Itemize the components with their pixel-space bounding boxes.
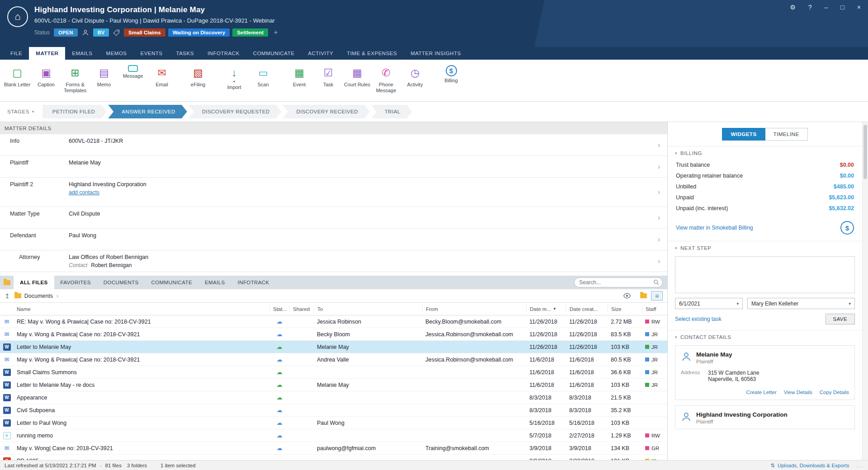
save-button[interactable]: SAVE [826, 314, 855, 324]
file-row[interactable]: W Letter to Paul Wong ☁ Paul Wong 5/16/2… [0, 417, 667, 429]
column-header[interactable]: Stat... [269, 305, 289, 313]
matter-detail-row[interactable]: Defendant 2 Dawid Prawica › [0, 272, 667, 276]
search-input[interactable] [574, 277, 663, 287]
column-header[interactable]: From [422, 305, 526, 313]
ribbon-button[interactable]: ☑ Task [314, 62, 343, 88]
column-header[interactable]: Staff [642, 305, 667, 313]
column-header[interactable]: Shared [289, 305, 314, 313]
nav-tab[interactable]: ACTIVITY [301, 47, 340, 60]
ribbon-button[interactable]: ⊞ Forms & Templates [61, 62, 90, 94]
nav-tab[interactable]: MEMOS [99, 47, 134, 60]
matter-label-badge[interactable]: Waiting on Discovery [168, 28, 230, 37]
nav-tab[interactable]: FILE [4, 47, 29, 60]
column-header[interactable]: Name [14, 305, 269, 313]
next-step-section-header[interactable]: ▾ NEXT STEP [668, 241, 862, 254]
ribbon-button[interactable]: $ Billing [437, 62, 466, 84]
file-row[interactable]: ≡ running memo ☁ 5/7/2018 2/27/2018 1. [0, 429, 667, 442]
column-header[interactable]: Date m... ▼ [526, 305, 566, 313]
files-tab[interactable]: FAVORITES [54, 276, 97, 289]
assignee-badge[interactable]: BV [93, 28, 109, 37]
file-row[interactable]: W Civil Subpoena ☁ 8/3/2018 8/3/2018 3 [0, 404, 667, 417]
ribbon-button[interactable]: Message [118, 62, 147, 79]
create-letter-link[interactable]: Create Letter [746, 390, 777, 395]
files-tab[interactable]: INFOTRACK [231, 276, 276, 289]
matter-detail-row[interactable]: Attorney Law Offices of Robert Bennigan … [0, 250, 667, 272]
files-tab[interactable]: DOCUMENTS [97, 276, 145, 289]
ribbon-button[interactable]: ✆ Phone Message [372, 62, 401, 94]
matter-detail-row[interactable]: Plaintiff 2 Highland Investing Corporati… [0, 178, 667, 207]
stage-step[interactable]: ANSWER RECEIVED [108, 105, 187, 118]
stage-step[interactable]: DISCOVERY RECEIVED [283, 105, 370, 118]
status-badge[interactable]: OPEN [54, 28, 78, 37]
stage-step[interactable]: PETITION FILED [42, 105, 107, 118]
smokeball-billing-link[interactable]: View matter in Smokeball Billing [676, 225, 753, 231]
up-folder-icon[interactable]: ↥ [5, 292, 10, 300]
due-date-select[interactable]: 6/1/2021 ▾ [675, 298, 743, 309]
breadcrumb[interactable]: Documents [24, 293, 53, 299]
ribbon-button[interactable]: ▢ Blank Letter [3, 62, 32, 88]
contact-details-section-header[interactable]: ▾ CONTACT DETAILS [668, 330, 862, 343]
sidebar-tab[interactable]: WIDGETS [722, 128, 765, 141]
sidebar-tab[interactable]: TIMELINE [765, 128, 808, 141]
file-row[interactable]: W Letter to Melanie May - re docs ☁ Mela… [0, 379, 667, 391]
ribbon-button[interactable]: ▦ Court Rules [343, 62, 372, 88]
column-header[interactable]: Date creat... [566, 305, 608, 313]
matter-detail-row[interactable]: Matter Type Civil Dispute › [0, 207, 667, 229]
nav-tab[interactable]: MATTER INSIGHTS [404, 47, 467, 60]
view-details-link[interactable]: View Details [784, 390, 812, 395]
matter-detail-row[interactable]: Defendant Paul Wong › [0, 229, 667, 250]
eye-icon[interactable] [623, 293, 631, 299]
billing-section-header[interactable]: ▾ BILLING [668, 146, 862, 160]
file-row[interactable]: W Appearance ☁ 8/3/2018 8/3/2018 21.5 [0, 391, 667, 404]
matter-detail-row[interactable]: Plaintiff Melanie May › [0, 156, 667, 178]
nav-tab[interactable]: EMAILS [65, 47, 99, 60]
matter-label-badge[interactable]: Small Claims [124, 28, 165, 37]
more-button[interactable]: ... [856, 463, 863, 468]
folder-view-button[interactable] [637, 291, 649, 301]
ribbon-button[interactable]: ▭ Scan [249, 62, 278, 88]
file-row[interactable]: W Letter to Melanie May ☁ Melanie May 11… [0, 341, 667, 353]
uploads-downloads-link[interactable]: Uploads, Downloads & Exports [778, 463, 849, 468]
nav-tab[interactable]: COMMUNICATE [246, 47, 302, 60]
file-row[interactable]: ✉ May v. Wong & Prawica| Case no: 2018-C… [0, 328, 667, 341]
ribbon-button[interactable]: ▤ Memo [90, 62, 118, 88]
file-row[interactable]: ✉ May v. Wong| Case no: 2018-CV-3921 ☁ p… [0, 442, 667, 455]
add-contacts-link[interactable]: add contacts [69, 189, 146, 196]
ribbon-button[interactable]: ◷ Activity [401, 62, 429, 88]
nav-tab[interactable]: TIME & EXPENSES [340, 47, 404, 60]
column-header[interactable]: Size [608, 305, 642, 313]
matter-label-badge[interactable]: Settlement [232, 28, 268, 37]
nav-tab[interactable]: TASKS [170, 47, 201, 60]
assignee-select[interactable]: Mary Ellen Kelleher ▾ [747, 298, 855, 309]
file-row[interactable]: ✉ RE: May v. Wong & Prawica| Case no: 20… [0, 315, 667, 328]
ribbon-button[interactable]: ▣ Caption [32, 62, 61, 88]
list-view-button[interactable]: ≡ [651, 291, 663, 301]
select-existing-task-link[interactable]: Select existing task [675, 316, 722, 322]
file-row[interactable]: ✉ May v. Wong & Prawica| Case no: 2018-C… [0, 353, 667, 366]
ribbon-button[interactable]: ▧ eFiling [184, 62, 212, 88]
tag-icon[interactable] [113, 29, 120, 36]
matter-detail-row[interactable]: Info 600VL-0218 - JT/JKR › [0, 134, 667, 156]
search-icon[interactable] [653, 279, 659, 285]
person-icon[interactable] [82, 29, 89, 36]
files-tab[interactable]: ALL FILES [14, 276, 54, 289]
stages-dropdown[interactable]: STAGES ▾ [7, 109, 34, 114]
ribbon-button[interactable]: ▦ Event [285, 62, 314, 88]
nav-tab[interactable]: EVENTS [134, 47, 170, 60]
files-tab[interactable]: EMAILS [198, 276, 231, 289]
next-step-textarea[interactable] [675, 256, 855, 293]
file-row[interactable]: W Small Claims Summons ☁ 11/6/2018 11/6/… [0, 366, 667, 379]
copy-details-link[interactable]: Copy Details [820, 390, 849, 395]
scrollbar-thumb[interactable] [863, 125, 867, 179]
billing-dollar-icon[interactable]: $ [840, 221, 854, 235]
nav-tab[interactable]: INFOTRACK [201, 47, 246, 60]
column-header[interactable]: To [314, 305, 422, 313]
file-row[interactable]: P PP-1805 ☁ 3/8/2018 2/23/2018 101 KB [0, 455, 667, 460]
nav-tab[interactable]: MATTER [29, 47, 65, 60]
stage-step[interactable]: DISCOVERY REQUESTED [189, 105, 282, 118]
add-label-button[interactable]: + [274, 28, 278, 37]
ribbon-button[interactable]: ✉ Email [147, 62, 176, 88]
stage-step[interactable]: TRIAL [371, 105, 412, 118]
files-tab[interactable]: COMMUNICATE [145, 276, 198, 289]
folder-icon[interactable] [0, 276, 14, 289]
